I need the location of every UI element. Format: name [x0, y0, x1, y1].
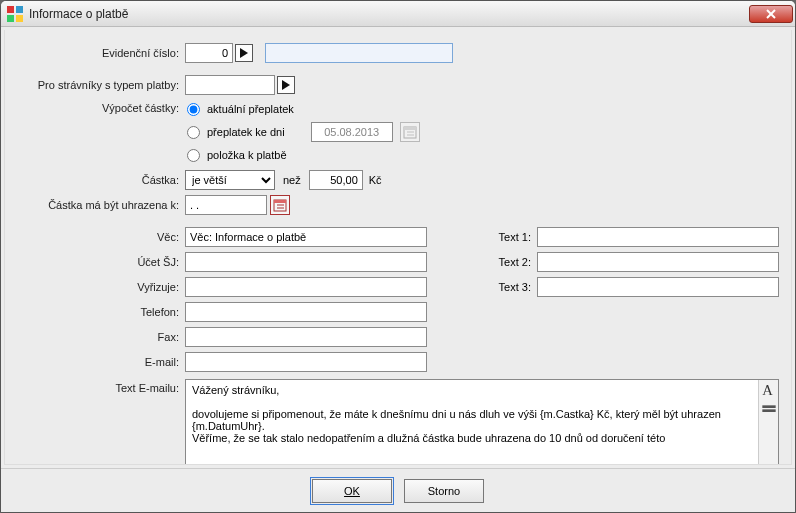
editor-tools: A [758, 380, 778, 465]
svg-text:A: A [762, 382, 773, 398]
due-date-input[interactable] [185, 195, 267, 215]
ok-button-label: OK [344, 485, 360, 497]
svg-rect-17 [762, 405, 775, 408]
svg-rect-1 [16, 6, 23, 13]
radio-aktualni-preplatek-label: aktuální přeplatek [207, 103, 294, 115]
svg-rect-9 [404, 127, 416, 130]
svg-marker-6 [240, 48, 248, 58]
svg-rect-0 [7, 6, 14, 13]
text3-input[interactable] [537, 277, 779, 297]
radio-aktualni-preplatek[interactable]: aktuální přeplatek [187, 99, 420, 119]
svg-rect-2 [7, 15, 14, 22]
typ-platby-input[interactable] [185, 75, 275, 95]
castka-amount-input[interactable] [309, 170, 363, 190]
email-body-textarea[interactable]: Vážený strávníku, dovolujeme si připomen… [186, 380, 758, 465]
radio-preplatek-ke-dni-input[interactable] [187, 126, 200, 139]
preplatek-date-picker-button [400, 122, 420, 142]
vyrizuje-input[interactable] [185, 277, 427, 297]
due-date-picker-button[interactable] [270, 195, 290, 215]
preplatek-date-input [311, 122, 393, 142]
play-icon [240, 48, 248, 58]
app-icon [7, 6, 23, 22]
svg-marker-7 [282, 80, 290, 90]
radio-polozka-k-platbe-label: položka k platbě [207, 149, 287, 161]
dialog-buttons: OK Storno [1, 468, 795, 512]
editor-font-button[interactable]: A [761, 382, 777, 398]
text1-input[interactable] [537, 227, 779, 247]
expand-icon [761, 400, 777, 416]
calendar-icon [273, 198, 287, 212]
text2-input[interactable] [537, 252, 779, 272]
label-fax: Fax: [17, 331, 185, 343]
close-icon [766, 9, 776, 19]
label-castka-uhrazena: Částka má být uhrazena k: [17, 199, 185, 211]
label-text1: Text 1: [473, 231, 531, 243]
label-evidencni-cislo: Evidenční číslo: [17, 47, 185, 59]
email-input[interactable] [185, 352, 427, 372]
ok-button[interactable]: OK [312, 479, 392, 503]
evidencni-cislo-lookup-button[interactable] [235, 44, 253, 62]
label-castka: Částka: [17, 174, 185, 186]
label-text-emailu: Text E-mailu: [17, 379, 185, 394]
label-vec: Věc: [17, 231, 185, 243]
label-vyrizuje: Vyřizuje: [17, 281, 185, 293]
radio-polozka-k-platbe[interactable]: položka k platbě [187, 145, 420, 165]
label-typ-platby: Pro strávníky s typem platby: [17, 79, 185, 91]
ucet-input[interactable] [185, 252, 427, 272]
dialog-window: Informace o platbě Evidenční číslo: Pro … [0, 0, 796, 513]
evidencni-cislo-display[interactable] [265, 43, 453, 63]
play-icon [282, 80, 290, 90]
label-nez: než [275, 174, 309, 186]
cancel-button[interactable]: Storno [404, 479, 484, 503]
window-title: Informace o platbě [29, 7, 749, 21]
radio-aktualni-preplatek-input[interactable] [187, 103, 200, 116]
titlebar: Informace o platbě [1, 1, 795, 27]
email-body-wrap: Vážený strávníku, dovolujeme si připomen… [185, 379, 779, 465]
label-text2: Text 2: [473, 256, 531, 268]
evidencni-cislo-input[interactable] [185, 43, 233, 63]
radio-preplatek-ke-dni-label: přeplatek ke dni [207, 126, 285, 138]
castka-comparator-select[interactable]: je větší [185, 170, 275, 190]
radio-preplatek-ke-dni[interactable]: přeplatek ke dni [187, 126, 285, 139]
label-email: E-mail: [17, 356, 185, 368]
form-area: Evidenční číslo: Pro strávníky s typem p… [4, 30, 792, 465]
svg-rect-18 [762, 409, 775, 412]
telefon-input[interactable] [185, 302, 427, 322]
radio-polozka-k-platbe-input[interactable] [187, 149, 200, 162]
fax-input[interactable] [185, 327, 427, 347]
close-button[interactable] [749, 5, 793, 23]
typ-platby-lookup-button[interactable] [277, 76, 295, 94]
svg-rect-3 [16, 15, 23, 22]
label-text3: Text 3: [473, 281, 531, 293]
vec-input[interactable] [185, 227, 427, 247]
editor-expand-button[interactable] [761, 400, 777, 416]
label-kc: Kč [363, 174, 382, 186]
vypocet-radio-group: aktuální přeplatek přeplatek ke dni pol [185, 99, 420, 165]
label-telefon: Telefon: [17, 306, 185, 318]
label-ucet: Účet ŠJ: [17, 256, 185, 268]
calendar-icon [403, 125, 417, 139]
label-vypocet-castky: Výpočet částky: [17, 99, 185, 114]
svg-rect-13 [274, 200, 286, 203]
font-icon: A [761, 382, 777, 398]
